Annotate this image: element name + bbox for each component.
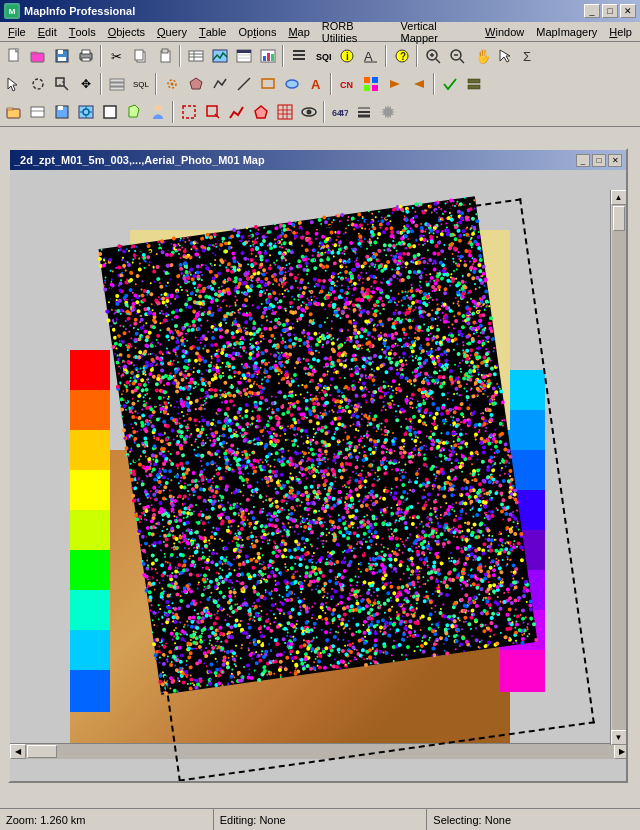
menu-bar: File Edit Tools Objects Query Table Opti… [0,22,640,42]
checkmark-btn[interactable] [438,73,461,95]
line-btn[interactable] [232,73,255,95]
pan-button[interactable]: ✋ [469,45,492,67]
menu-tools[interactable]: Tools [63,22,102,41]
sql-select-btn[interactable]: SQL [129,73,152,95]
select3-btn[interactable] [177,101,200,123]
menu-window[interactable]: Window [479,22,530,41]
scroll-up-btn[interactable]: ▲ [611,190,627,205]
map-close-btn[interactable]: ✕ [608,154,622,167]
close2-btn[interactable] [26,101,49,123]
raster-color-btn[interactable] [359,73,382,95]
svg-marker-47 [500,50,510,62]
menu-options[interactable]: Options [232,22,282,41]
grid3-btn[interactable] [273,101,296,123]
sep-5 [416,45,418,67]
maximize-button[interactable]: □ [602,4,618,18]
menu-file[interactable]: File [2,22,32,41]
buffer-btn[interactable] [160,73,183,95]
open-button[interactable] [26,45,49,67]
scroll-track-v[interactable] [612,205,626,730]
num-btn[interactable]: 6447 [328,101,351,123]
add-layer-button[interactable] [287,45,310,67]
menu-rorb[interactable]: RORB Utilities [316,22,395,41]
svg-text:M: M [9,7,16,16]
select-button[interactable] [493,45,516,67]
map3-btn[interactable] [74,101,97,123]
help-button[interactable]: ? [390,45,413,67]
cut-button[interactable]: ✂ [105,45,128,67]
info-button[interactable]: i [335,45,358,67]
ellipse-btn[interactable] [280,73,303,95]
lines4-btn[interactable] [352,101,375,123]
save2-btn[interactable] [50,101,73,123]
eye-btn[interactable] [297,101,320,123]
h-scrollbar[interactable]: ◀ ▶ [10,743,626,759]
scroll-track-h[interactable] [26,744,614,759]
cn-btn[interactable]: CN [335,73,358,95]
polyline-btn[interactable] [208,73,231,95]
menu-help[interactable]: Help [603,22,638,41]
svg-rect-76 [7,109,20,118]
draw-btn[interactable] [122,101,145,123]
zoom-in-button[interactable] [421,45,444,67]
menu-query[interactable]: Query [151,22,193,41]
menu-table[interactable]: Table [193,22,233,41]
rect-btn[interactable] [256,73,279,95]
svg-rect-81 [58,106,63,110]
copy-button[interactable] [129,45,152,67]
svg-marker-62 [190,78,202,89]
zoom3-btn[interactable] [201,101,224,123]
scroll-right-btn[interactable]: ▶ [614,744,626,759]
menu-map[interactable]: Map [282,22,315,41]
new-graph-button[interactable] [256,45,279,67]
new-map-button[interactable] [208,45,231,67]
svg-text:i: i [346,51,349,62]
layer-ctrl-btn[interactable] [105,73,128,95]
map-data-canvas [10,170,626,781]
arrow-right-btn[interactable] [383,73,406,95]
open2-btn[interactable] [2,101,25,123]
menu-mapimagery[interactable]: MapImagery [530,22,603,41]
new-button[interactable] [2,45,25,67]
sep-2 [179,45,181,67]
svg-point-89 [155,105,161,111]
gear-btn[interactable] [376,101,399,123]
v-scrollbar[interactable]: ▲ ▼ [610,190,626,745]
line3-btn[interactable] [225,101,248,123]
zoom-box-tool[interactable] [50,73,73,95]
square-btn[interactable] [98,101,121,123]
region3-btn[interactable] [249,101,272,123]
save-button[interactable] [50,45,73,67]
person-btn[interactable] [146,101,169,123]
map-minimize-btn[interactable]: _ [576,154,590,167]
map-canvas[interactable]: ◀ ▶ ▲ ▼ [10,170,626,781]
arrow-tool[interactable] [2,73,25,95]
layer-thick-btn[interactable] [462,73,485,95]
print-button[interactable] [74,45,97,67]
select-tool[interactable] [26,73,49,95]
map-restore-btn[interactable]: □ [592,154,606,167]
svg-rect-3 [31,53,44,62]
scroll-left-btn[interactable]: ◀ [10,744,26,759]
minimize-button[interactable]: _ [584,4,600,18]
sum-button[interactable]: Σ [517,45,540,67]
scroll-down-btn[interactable]: ▼ [611,730,627,745]
menu-edit[interactable]: Edit [32,22,63,41]
region-btn[interactable] [184,73,207,95]
paste-button[interactable] [153,45,176,67]
arrow-left-btn[interactable] [407,73,430,95]
sql-button[interactable]: SQL [311,45,334,67]
scroll-thumb-h[interactable] [27,745,57,758]
menu-objects[interactable]: Objects [102,22,151,41]
svg-text:SQL: SQL [316,52,331,62]
close-button[interactable]: ✕ [620,4,636,18]
text-btn[interactable]: A [304,73,327,95]
svg-rect-29 [293,54,305,56]
menu-vertical[interactable]: Vertical Mapper [395,22,480,41]
new-table-button[interactable] [184,45,207,67]
zoom-out-button[interactable] [445,45,468,67]
scroll-thumb-v[interactable] [613,206,625,231]
label-button[interactable]: A [359,45,382,67]
pan-tool[interactable]: ✥ [74,73,97,95]
new-browser-button[interactable] [232,45,255,67]
